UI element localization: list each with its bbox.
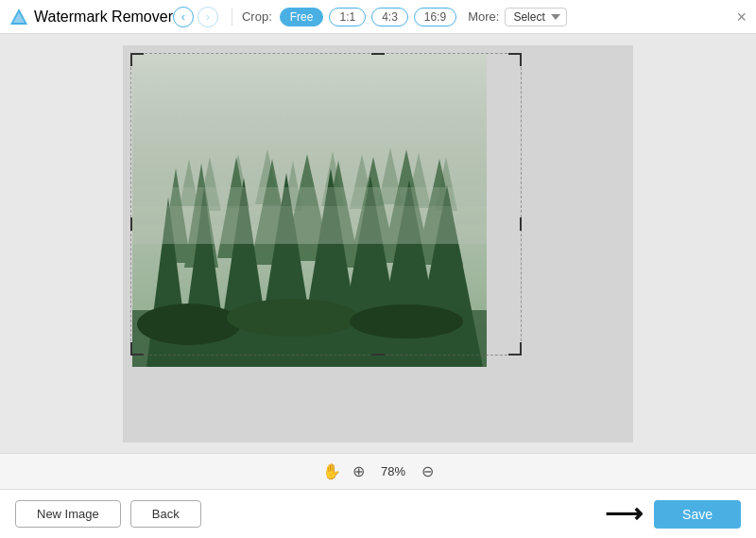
hand-tool-icon[interactable]: ✋ bbox=[322, 462, 341, 480]
close-button[interactable]: × bbox=[736, 9, 747, 26]
canvas-area bbox=[0, 34, 756, 453]
crop-handle-right-mid[interactable] bbox=[520, 217, 522, 231]
crop-16-9-button[interactable]: 16:9 bbox=[414, 8, 456, 26]
svg-point-33 bbox=[227, 299, 359, 337]
zoom-percentage: 78% bbox=[376, 464, 410, 478]
more-select[interactable]: Select bbox=[505, 8, 567, 26]
crop-handle-bottom-mid[interactable] bbox=[371, 354, 385, 356]
svg-rect-36 bbox=[132, 206, 487, 244]
forest-image bbox=[132, 55, 487, 367]
app-logo bbox=[9, 8, 28, 26]
crop-1-1-button[interactable]: 1:1 bbox=[329, 8, 366, 26]
crop-handle-top-left[interactable] bbox=[130, 53, 144, 66]
back-button[interactable]: Back bbox=[130, 500, 201, 528]
crop-handle-left-mid[interactable] bbox=[130, 217, 132, 231]
new-image-button[interactable]: New Image bbox=[15, 500, 121, 528]
zoom-out-icon[interactable]: ⊖ bbox=[421, 462, 434, 480]
crop-handle-bottom-left[interactable] bbox=[130, 342, 144, 356]
footer: New Image Back ⟶ Save bbox=[0, 489, 756, 538]
more-label: More: bbox=[468, 9, 499, 24]
zoom-in-icon[interactable]: ⊕ bbox=[352, 462, 365, 480]
crop-handle-top-right[interactable] bbox=[508, 53, 522, 66]
app-title: Watermark Remover bbox=[34, 9, 173, 26]
crop-free-button[interactable]: Free bbox=[280, 8, 324, 26]
svg-point-32 bbox=[137, 304, 241, 345]
arrow-right-icon: ⟶ bbox=[605, 501, 643, 528]
nav-back-button[interactable]: ‹ bbox=[173, 7, 194, 27]
crop-handle-top-mid[interactable] bbox=[371, 53, 385, 55]
zoom-bar: ✋ ⊕ 78% ⊖ bbox=[0, 453, 756, 489]
nav-forward-button[interactable]: › bbox=[198, 7, 218, 27]
divider bbox=[232, 9, 232, 26]
image-container[interactable] bbox=[123, 45, 633, 443]
crop-handle-bottom-right[interactable] bbox=[508, 342, 522, 356]
crop-4-3-button[interactable]: 4:3 bbox=[371, 8, 408, 26]
svg-point-34 bbox=[350, 304, 463, 338]
save-button[interactable]: Save bbox=[654, 500, 741, 529]
crop-label: Crop: bbox=[242, 9, 272, 24]
titlebar: Watermark Remover ‹ › Crop: Free 1:1 4:3… bbox=[0, 0, 756, 34]
